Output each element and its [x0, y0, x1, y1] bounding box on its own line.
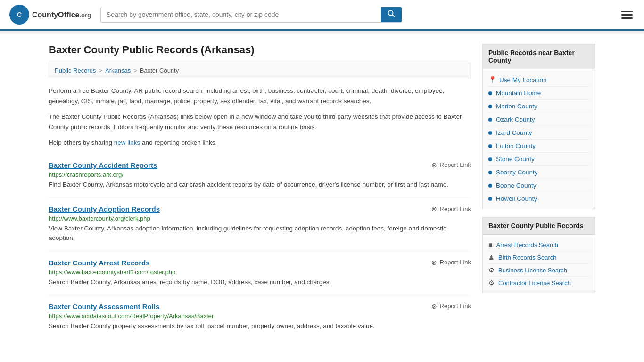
new-links-link[interactable]: new links — [114, 139, 140, 146]
sidebar-records-section: Baxter County Public Records ■ Arrest Re… — [482, 217, 595, 293]
record-url-assessment[interactable]: https://www.actdatascout.com/RealPropert… — [49, 313, 471, 320]
dot-icon — [488, 197, 492, 201]
menu-line — [621, 17, 633, 19]
svg-point-2 — [388, 11, 393, 16]
logo-name: CountyOffice — [32, 11, 79, 19]
sidebar-link-stone-county[interactable]: Stone County — [488, 153, 589, 166]
dot-icon — [488, 105, 492, 108]
report-link-arrest[interactable]: ⊗ Report Link — [431, 259, 471, 266]
intro3-suffix: and reporting broken links. — [140, 139, 217, 146]
sidebar-records-header: Baxter County Public Records — [483, 217, 595, 235]
logo-text: CountyOffice.org — [32, 10, 91, 20]
sidebar-link-mountain-home[interactable]: Mountain Home — [488, 87, 589, 100]
search-button[interactable] — [381, 7, 402, 22]
sidebar-nearby-header: Public Records near Baxter County — [483, 44, 595, 69]
report-icon: ⊗ — [431, 161, 437, 169]
dot-icon — [488, 157, 492, 161]
record-desc-arrest: Search Baxter County, Arkansas arrest re… — [49, 278, 471, 287]
report-icon: ⊗ — [431, 205, 437, 213]
intro-paragraph-3: Help others by sharing new links and rep… — [49, 138, 471, 148]
sidebar-link-contractor-license-search[interactable]: ⚙ Contractor License Search — [488, 277, 589, 289]
sidebar-link-marion-county[interactable]: Marion County — [488, 100, 589, 113]
sidebar-link-ozark-county[interactable]: Ozark County — [488, 113, 589, 126]
report-link-accident[interactable]: ⊗ Report Link — [431, 161, 471, 169]
intro3-prefix: Help others by sharing — [49, 139, 114, 146]
top-accent-bar — [0, 31, 644, 34]
record-desc-assessment: Search Baxter County property assessment… — [49, 321, 471, 331]
report-label: Report Link — [440, 206, 471, 213]
arrest-icon: ■ — [488, 241, 492, 248]
svg-text:C: C — [17, 11, 22, 18]
pin-icon: 📍 — [488, 76, 496, 83]
dot-icon — [488, 131, 492, 135]
sidebar-nearby-body: 📍 Use My Location Mountain Home Marion C… — [483, 69, 595, 209]
record-accident-reports: Baxter County Accident Reports ⊗ Report … — [49, 154, 471, 197]
site-header: C CountyOffice.org — [0, 0, 644, 31]
report-link-adoption[interactable]: ⊗ Report Link — [431, 205, 471, 213]
record-title-accident[interactable]: Baxter County Accident Reports — [49, 161, 157, 169]
record-header: Baxter County Assessment Rolls ⊗ Report … — [49, 303, 471, 311]
sidebar-link-arrest-records-search[interactable]: ■ Arrest Records Search — [488, 239, 589, 251]
record-arrest-records: Baxter County Arrest Records ⊗ Report Li… — [49, 251, 471, 295]
sidebar-records-body: ■ Arrest Records Search ♟ Birth Records … — [483, 235, 595, 293]
report-label: Report Link — [440, 259, 471, 266]
record-url-arrest[interactable]: https://www.baxtercountysheriff.com/rost… — [49, 269, 471, 276]
report-link-assessment[interactable]: ⊗ Report Link — [431, 303, 471, 310]
sidebar-link-business-license-search[interactable]: ⚙ Business License Search — [488, 264, 589, 277]
logo-icon: C — [9, 5, 29, 25]
use-my-location-link[interactable]: 📍 Use My Location — [488, 73, 589, 87]
record-header: Baxter County Arrest Records ⊗ Report Li… — [49, 259, 471, 267]
hamburger-menu-button[interactable] — [619, 9, 635, 21]
sidebar-link-boone-county[interactable]: Boone County — [488, 179, 589, 192]
site-logo[interactable]: C CountyOffice.org — [9, 5, 91, 25]
menu-line — [621, 11, 633, 12]
breadcrumb-public-records[interactable]: Public Records — [55, 67, 96, 74]
breadcrumb-baxter: Baxter County — [140, 67, 179, 74]
record-url-accident[interactable]: https://crashreports.ark.org/ — [49, 171, 471, 178]
record-assessment-rolls: Baxter County Assessment Rolls ⊗ Report … — [49, 295, 471, 338]
logo-org: .org — [79, 12, 91, 19]
svg-line-3 — [393, 15, 395, 17]
record-title-adoption[interactable]: Baxter County Adoption Records — [49, 205, 160, 213]
page-title: Baxter County Public Records (Arkansas) — [49, 44, 471, 56]
main-container: Baxter County Public Records (Arkansas) … — [39, 34, 605, 348]
search-bar — [100, 7, 402, 23]
report-label: Report Link — [440, 161, 471, 168]
sidebar-link-howell-county[interactable]: Howell County — [488, 192, 589, 205]
sidebar-link-searcy-county[interactable]: Searcy County — [488, 166, 589, 179]
intro-paragraph-2: The Baxter County Public Records (Arkans… — [49, 112, 471, 132]
dot-icon — [488, 118, 492, 122]
report-label: Report Link — [440, 303, 471, 310]
sidebar-link-birth-records-search[interactable]: ♟ Birth Records Search — [488, 251, 589, 264]
record-desc-accident: Find Baxter County, Arkansas motorcycle … — [49, 180, 471, 189]
dot-icon — [488, 144, 492, 148]
record-adoption-records: Baxter County Adoption Records ⊗ Report … — [49, 197, 471, 251]
record-title-arrest[interactable]: Baxter County Arrest Records — [49, 259, 150, 267]
sidebar: Public Records near Baxter County 📍 Use … — [482, 44, 595, 338]
search-input[interactable] — [101, 7, 381, 22]
breadcrumb-sep: > — [99, 67, 102, 74]
breadcrumb-sep2: > — [133, 67, 137, 74]
contractor-icon: ⚙ — [488, 279, 495, 287]
sidebar-link-izard-county[interactable]: Izard County — [488, 126, 589, 140]
business-icon: ⚙ — [488, 266, 495, 274]
intro-paragraph-1: Perform a free Baxter County, AR public … — [49, 86, 471, 106]
report-icon: ⊗ — [431, 259, 437, 266]
menu-line — [621, 14, 633, 16]
record-title-assessment[interactable]: Baxter County Assessment Rolls — [49, 303, 159, 311]
dot-icon — [488, 184, 492, 188]
sidebar-nearby-section: Public Records near Baxter County 📍 Use … — [482, 44, 595, 209]
birth-icon: ♟ — [488, 254, 495, 261]
records-list: Baxter County Accident Reports ⊗ Report … — [49, 154, 471, 338]
breadcrumb: Public Records > Arkansas > Baxter Count… — [49, 63, 471, 78]
main-content: Baxter County Public Records (Arkansas) … — [49, 44, 471, 338]
breadcrumb-arkansas[interactable]: Arkansas — [105, 67, 131, 74]
record-desc-adoption: View Baxter County, Arkansas adoption in… — [49, 224, 471, 243]
record-header: Baxter County Adoption Records ⊗ Report … — [49, 205, 471, 213]
report-icon: ⊗ — [431, 303, 437, 310]
record-url-adoption[interactable]: http://www.baxtercounty.org/clerk.php — [49, 215, 471, 222]
record-header: Baxter County Accident Reports ⊗ Report … — [49, 161, 471, 169]
sidebar-link-fulton-county[interactable]: Fulton County — [488, 140, 589, 153]
dot-icon — [488, 171, 492, 174]
dot-icon — [488, 91, 492, 95]
